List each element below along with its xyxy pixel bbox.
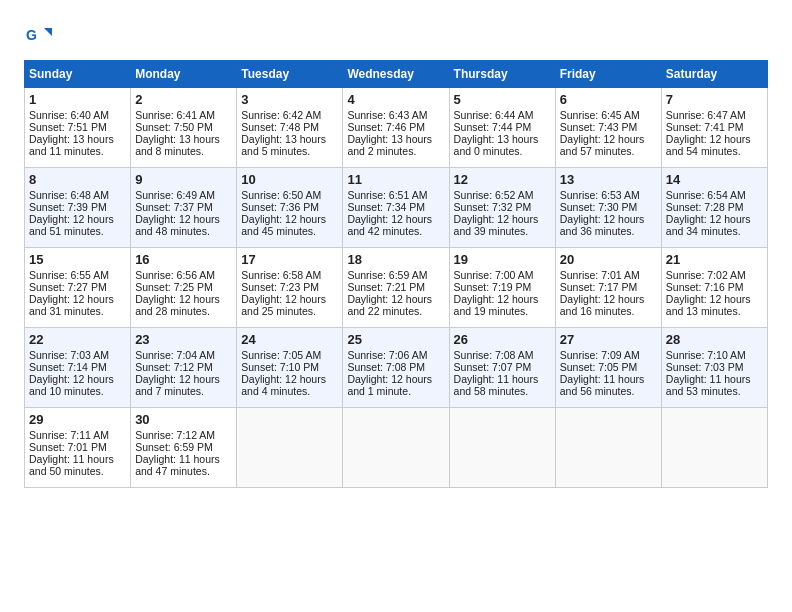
- cal-cell: 27Sunrise: 7:09 AMSunset: 7:05 PMDayligh…: [555, 328, 661, 408]
- cell-line: Sunrise: 6:40 AM: [29, 109, 126, 121]
- cal-cell: 25Sunrise: 7:06 AMSunset: 7:08 PMDayligh…: [343, 328, 449, 408]
- day-number: 2: [135, 92, 232, 107]
- cell-line: Daylight: 11 hours: [666, 373, 763, 385]
- cell-line: Sunset: 7:14 PM: [29, 361, 126, 373]
- cell-line: Daylight: 13 hours: [347, 133, 444, 145]
- cal-cell: 24Sunrise: 7:05 AMSunset: 7:10 PMDayligh…: [237, 328, 343, 408]
- cell-line: and 25 minutes.: [241, 305, 338, 317]
- cell-line: Daylight: 12 hours: [666, 293, 763, 305]
- cell-line: Sunset: 7:27 PM: [29, 281, 126, 293]
- cell-line: Sunrise: 6:43 AM: [347, 109, 444, 121]
- cell-line: and 34 minutes.: [666, 225, 763, 237]
- day-number: 29: [29, 412, 126, 427]
- cell-line: and 28 minutes.: [135, 305, 232, 317]
- col-header-tuesday: Tuesday: [237, 61, 343, 88]
- cell-line: Sunrise: 6:58 AM: [241, 269, 338, 281]
- cal-cell: 13Sunrise: 6:53 AMSunset: 7:30 PMDayligh…: [555, 168, 661, 248]
- cal-cell: 29Sunrise: 7:11 AMSunset: 7:01 PMDayligh…: [25, 408, 131, 488]
- cell-line: and 47 minutes.: [135, 465, 232, 477]
- cell-line: Sunset: 7:46 PM: [347, 121, 444, 133]
- cal-cell: 2Sunrise: 6:41 AMSunset: 7:50 PMDaylight…: [131, 88, 237, 168]
- cell-line: Sunrise: 6:51 AM: [347, 189, 444, 201]
- day-number: 13: [560, 172, 657, 187]
- cell-line: Sunset: 7:41 PM: [666, 121, 763, 133]
- cell-line: Daylight: 13 hours: [454, 133, 551, 145]
- cell-line: Daylight: 11 hours: [454, 373, 551, 385]
- day-number: 28: [666, 332, 763, 347]
- cell-line: Sunset: 7:05 PM: [560, 361, 657, 373]
- cell-line: Daylight: 13 hours: [241, 133, 338, 145]
- cal-cell: 9Sunrise: 6:49 AMSunset: 7:37 PMDaylight…: [131, 168, 237, 248]
- cell-line: Sunrise: 6:59 AM: [347, 269, 444, 281]
- cell-line: Sunrise: 7:12 AM: [135, 429, 232, 441]
- cell-line: Sunrise: 6:45 AM: [560, 109, 657, 121]
- cell-line: and 16 minutes.: [560, 305, 657, 317]
- cell-line: Sunrise: 6:47 AM: [666, 109, 763, 121]
- cell-line: and 1 minute.: [347, 385, 444, 397]
- svg-marker-1: [44, 28, 52, 36]
- cell-line: and 10 minutes.: [29, 385, 126, 397]
- cell-line: Sunset: 7:17 PM: [560, 281, 657, 293]
- cell-line: and 56 minutes.: [560, 385, 657, 397]
- day-number: 6: [560, 92, 657, 107]
- cell-line: Sunset: 7:10 PM: [241, 361, 338, 373]
- cell-line: Sunrise: 7:08 AM: [454, 349, 551, 361]
- cell-line: Daylight: 11 hours: [135, 453, 232, 465]
- cell-line: Sunset: 7:30 PM: [560, 201, 657, 213]
- cell-line: and 42 minutes.: [347, 225, 444, 237]
- cell-line: Sunrise: 6:52 AM: [454, 189, 551, 201]
- cell-line: Daylight: 12 hours: [241, 293, 338, 305]
- cell-line: Daylight: 12 hours: [241, 213, 338, 225]
- col-header-wednesday: Wednesday: [343, 61, 449, 88]
- cell-line: Sunset: 7:50 PM: [135, 121, 232, 133]
- cal-cell: 16Sunrise: 6:56 AMSunset: 7:25 PMDayligh…: [131, 248, 237, 328]
- cell-line: and 51 minutes.: [29, 225, 126, 237]
- cell-line: Sunrise: 7:04 AM: [135, 349, 232, 361]
- day-number: 30: [135, 412, 232, 427]
- week-row-1: 1Sunrise: 6:40 AMSunset: 7:51 PMDaylight…: [25, 88, 768, 168]
- cell-line: Sunrise: 7:02 AM: [666, 269, 763, 281]
- cal-cell: 28Sunrise: 7:10 AMSunset: 7:03 PMDayligh…: [661, 328, 767, 408]
- cell-line: Sunset: 7:16 PM: [666, 281, 763, 293]
- cell-line: Sunrise: 7:06 AM: [347, 349, 444, 361]
- cal-cell: 1Sunrise: 6:40 AMSunset: 7:51 PMDaylight…: [25, 88, 131, 168]
- cell-line: and 48 minutes.: [135, 225, 232, 237]
- cell-line: Daylight: 13 hours: [29, 133, 126, 145]
- day-number: 10: [241, 172, 338, 187]
- week-row-5: 29Sunrise: 7:11 AMSunset: 7:01 PMDayligh…: [25, 408, 768, 488]
- cell-line: Sunrise: 6:41 AM: [135, 109, 232, 121]
- cell-line: and 58 minutes.: [454, 385, 551, 397]
- cell-line: Sunset: 7:25 PM: [135, 281, 232, 293]
- cal-cell: [661, 408, 767, 488]
- cell-line: Daylight: 12 hours: [241, 373, 338, 385]
- cell-line: Sunset: 7:37 PM: [135, 201, 232, 213]
- cell-line: Sunrise: 6:50 AM: [241, 189, 338, 201]
- cal-cell: [555, 408, 661, 488]
- cal-cell: 7Sunrise: 6:47 AMSunset: 7:41 PMDaylight…: [661, 88, 767, 168]
- logo-icon: G: [24, 20, 52, 48]
- col-header-sunday: Sunday: [25, 61, 131, 88]
- cell-line: Sunrise: 7:11 AM: [29, 429, 126, 441]
- cell-line: and 22 minutes.: [347, 305, 444, 317]
- cell-line: Daylight: 11 hours: [560, 373, 657, 385]
- cell-line: and 54 minutes.: [666, 145, 763, 157]
- logo: G: [24, 20, 56, 48]
- cell-line: and 7 minutes.: [135, 385, 232, 397]
- cal-cell: 30Sunrise: 7:12 AMSunset: 6:59 PMDayligh…: [131, 408, 237, 488]
- cal-cell: 18Sunrise: 6:59 AMSunset: 7:21 PMDayligh…: [343, 248, 449, 328]
- day-number: 7: [666, 92, 763, 107]
- cell-line: Sunset: 7:43 PM: [560, 121, 657, 133]
- cell-line: Daylight: 12 hours: [560, 213, 657, 225]
- cell-line: Daylight: 12 hours: [29, 373, 126, 385]
- cal-cell: 3Sunrise: 6:42 AMSunset: 7:48 PMDaylight…: [237, 88, 343, 168]
- cell-line: Daylight: 12 hours: [666, 213, 763, 225]
- day-number: 24: [241, 332, 338, 347]
- day-number: 26: [454, 332, 551, 347]
- cell-line: and 4 minutes.: [241, 385, 338, 397]
- cell-line: Sunset: 7:08 PM: [347, 361, 444, 373]
- day-number: 11: [347, 172, 444, 187]
- cell-line: Daylight: 12 hours: [454, 213, 551, 225]
- cell-line: Sunset: 7:32 PM: [454, 201, 551, 213]
- cell-line: Sunset: 7:34 PM: [347, 201, 444, 213]
- cell-line: Sunrise: 6:49 AM: [135, 189, 232, 201]
